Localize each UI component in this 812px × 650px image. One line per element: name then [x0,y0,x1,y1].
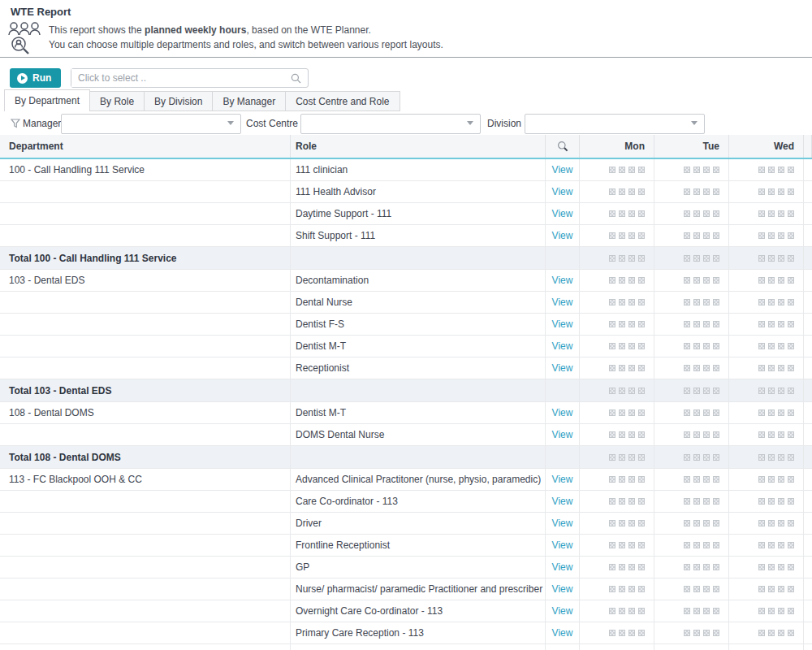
value-box [703,630,710,636]
overflow-cell [804,358,812,379]
view-link[interactable]: View [552,496,573,507]
value-box [609,520,615,526]
tab-by-department[interactable]: By Department [4,89,90,111]
view-link[interactable]: View [552,407,573,418]
table-row: GPView [0,557,812,578]
value-box [713,321,719,327]
value-box [778,520,784,526]
tab-by-role[interactable]: By Role [90,91,145,111]
total-label-cell: Total 100 - Call Handling 111 Service [0,247,291,269]
day-cell-wed [729,491,804,512]
value-box [684,586,690,592]
view-link[interactable]: View [552,540,573,551]
value-box [703,564,710,570]
value-box [768,388,775,394]
value-box [638,608,645,614]
value-box [713,255,719,262]
value-box [684,564,690,570]
value-box [684,454,690,461]
value-box [778,410,784,416]
day-cell-tue [654,535,729,556]
view-link[interactable]: View [552,208,573,219]
value-box [619,277,625,284]
department-cell [0,513,291,534]
value-box [609,232,615,239]
role-cell [291,247,546,269]
filter-dropdown-manager[interactable] [61,114,241,134]
view-cell: View [546,513,580,534]
view-link[interactable]: View [552,275,573,286]
table-row: Frontline ReceptionistView [0,535,812,557]
view-link[interactable]: View [552,429,573,440]
view-link[interactable]: View [552,318,573,330]
view-cell: View [546,535,580,556]
value-box [628,188,635,195]
value-box [684,299,690,306]
total-row: Total 103 - Dental EDS [0,379,812,402]
value-box [693,255,700,262]
overflow-cell [804,379,812,401]
department-cell [0,424,291,445]
run-button[interactable]: Run [10,68,61,88]
value-box [713,520,719,526]
view-link[interactable]: View [552,164,573,176]
day-cell-mon [580,446,654,468]
value-box [638,343,645,349]
value-box [638,232,645,239]
value-box [778,188,784,195]
department-select-input[interactable] [71,69,291,87]
day-cell-tue [654,469,729,490]
value-box [703,277,710,284]
tab-cost-centre-and-role[interactable]: Cost Centre and Role [286,91,400,111]
value-box [713,167,719,173]
value-box [768,365,775,371]
value-box [609,188,615,195]
day-cell-wed [729,225,804,246]
view-link[interactable]: View [552,474,573,485]
view-link[interactable]: View [552,561,573,573]
tab-by-manager[interactable]: By Manager [213,91,286,111]
value-box [609,255,615,262]
value-box [703,255,710,262]
value-box [693,630,700,636]
view-link[interactable]: View [552,297,573,308]
value-box [693,343,700,349]
view-link[interactable]: View [552,627,573,639]
tab-by-division[interactable]: By Division [145,91,213,111]
value-box [619,321,625,327]
day-cell-wed [729,181,804,202]
view-link[interactable]: View [552,583,573,595]
filter-dropdown-division[interactable] [525,114,705,134]
value-box [788,454,794,461]
view-link[interactable]: View [552,518,573,529]
value-box [768,454,775,461]
value-box [758,498,765,505]
column-header-role: Role [291,135,546,158]
view-link[interactable]: View [552,230,573,241]
value-box [693,167,700,173]
value-box [628,586,635,592]
value-box [713,476,719,483]
value-box [609,498,615,505]
view-link[interactable]: View [552,362,573,374]
value-box [758,255,765,262]
day-cell-wed [729,446,804,468]
view-link[interactable]: View [552,186,573,197]
value-box [768,255,775,262]
day-cell-mon [580,379,654,401]
table-row: DOMS Dental NurseView [0,424,812,446]
department-cell [0,600,291,622]
view-cell: View [546,314,580,335]
value-box [684,542,690,548]
department-cell [0,336,291,357]
department-select[interactable] [71,68,309,88]
role-cell: Shift Support - 111 [291,225,546,246]
view-link[interactable]: View [552,340,573,352]
value-box [768,520,775,526]
people-search-icon [6,21,44,55]
day-cell-mon [580,622,654,644]
view-link[interactable]: View [552,605,573,617]
filter-dropdown-cost-centre[interactable] [300,114,481,134]
value-box [758,608,765,614]
value-box [638,210,645,217]
